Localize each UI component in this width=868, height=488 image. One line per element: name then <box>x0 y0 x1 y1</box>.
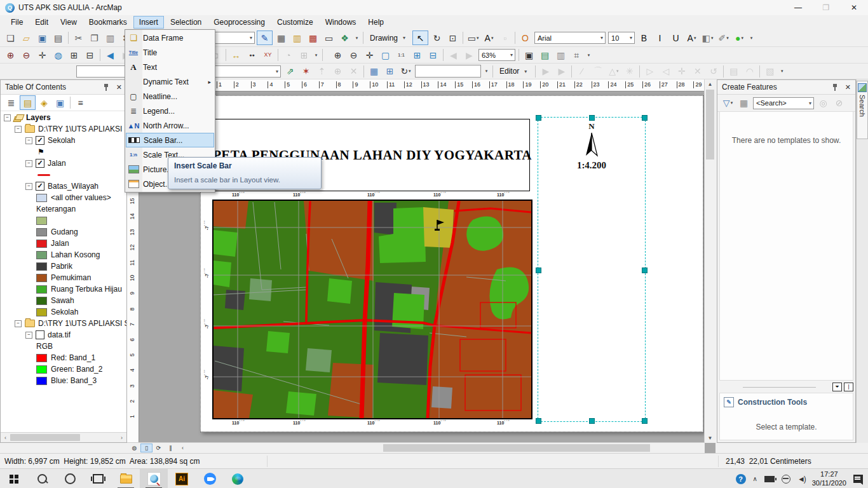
toc-item-symbol[interactable] <box>1 215 126 226</box>
toc-options-icon[interactable]: ≡ <box>73 96 88 109</box>
toc-item-sawah[interactable]: Sawah <box>1 295 126 306</box>
zoom-in-icon[interactable]: ⊕ <box>3 48 18 62</box>
menu-view[interactable]: View <box>55 16 83 29</box>
menu-windows[interactable]: Windows <box>320 16 362 29</box>
edit-overflow[interactable]: ▾ <box>482 69 491 74</box>
menu-insert[interactable]: Insert <box>133 16 164 29</box>
editor-overflow[interactable]: ▾ <box>778 69 786 74</box>
data-view-button[interactable]: ◍ <box>128 444 140 452</box>
create-features-close-icon[interactable]: ✕ <box>843 83 853 92</box>
bold-icon[interactable]: B <box>637 31 651 44</box>
edit-tool-3-icon[interactable]: ✕ <box>346 65 361 78</box>
layer-checkbox[interactable] <box>36 330 44 339</box>
toc-item-batas-wilayah[interactable]: −✓Batas_Wilayah <box>1 180 126 192</box>
viewer-window-icon[interactable]: ⊞ <box>297 48 311 62</box>
arctoolbox-icon[interactable]: ▩ <box>306 31 320 44</box>
full-extent-icon[interactable]: ◍ <box>51 48 65 62</box>
maximize-button[interactable]: ❐ <box>812 0 840 15</box>
layout-overflow[interactable]: ▾ <box>585 53 593 58</box>
expander-icon[interactable]: − <box>15 126 22 133</box>
tools-overflow[interactable]: ▾ <box>312 53 320 58</box>
splitter-icon[interactable]: ❘ <box>844 383 853 391</box>
toc-item-layers[interactable]: −Layers <box>1 112 126 123</box>
back-extent-icon[interactable]: ◀ <box>103 48 118 62</box>
menu-help[interactable]: Help <box>362 16 390 29</box>
rotate-element-icon[interactable]: ↻ <box>430 31 444 44</box>
intersect-tool-icon[interactable]: ✕ <box>690 65 705 78</box>
italic-icon[interactable]: I <box>653 31 667 44</box>
edge-button[interactable] <box>224 469 252 488</box>
toc-list-by-visibility-icon[interactable]: ◈ <box>37 96 51 109</box>
focus-data-frame-icon[interactable]: ▣ <box>522 48 536 62</box>
zoom-level-combo[interactable]: 63%▾ <box>478 49 515 61</box>
scroll-thumb[interactable] <box>10 434 80 441</box>
layout-vertical-scrollbar[interactable]: ▲ ▼ <box>704 79 715 443</box>
arccatalog-icon[interactable]: ▥ <box>290 31 304 44</box>
new-text-icon[interactable]: A▾ <box>482 31 496 44</box>
scroll-left-icon[interactable]: ‹ <box>1 435 10 441</box>
edit-tool-1-icon[interactable]: ⇡ <box>315 65 329 78</box>
attribute-table-icon[interactable]: ▦ <box>274 31 288 44</box>
layout-zoom-out-icon[interactable]: ⊖ <box>346 48 361 62</box>
toc-item-symbol[interactable] <box>1 169 126 180</box>
pause-drawing-button[interactable]: ∥ <box>165 444 177 452</box>
rotate-tool-icon[interactable]: ↻▾ <box>398 65 413 78</box>
panel-splitter[interactable]: ⏷ ❘ <box>717 383 855 391</box>
cortana-button[interactable] <box>56 469 84 488</box>
layout-page[interactable]: PETA PENGGUNAAN LAHAN DIY YOGYAKARTA <box>200 95 703 432</box>
open-folder-icon[interactable]: ▱ <box>19 31 34 44</box>
create-features-line-icon[interactable]: ⇗ <box>283 65 297 78</box>
attributes-window-icon[interactable]: ▤ <box>726 65 741 78</box>
reshape-feature-icon[interactable]: ▷ <box>642 65 657 78</box>
trace-segment-icon[interactable]: △▾ <box>606 65 621 78</box>
layout-fixed-zoom-out-icon[interactable]: ⊟ <box>426 48 440 62</box>
toc-item-blue-band-3[interactable]: Blue: Band_3 <box>1 375 126 386</box>
menu-selection[interactable]: Selection <box>165 16 207 29</box>
paste-icon[interactable]: ▥ <box>103 31 118 44</box>
toc-list-by-selection-icon[interactable]: ▣ <box>53 96 67 109</box>
selection-handle[interactable] <box>536 268 541 273</box>
toc-item-sekolah[interactable]: Sekolah <box>1 306 126 318</box>
save-icon[interactable]: ▣ <box>35 31 50 44</box>
select-elements-icon[interactable]: ↖ <box>412 30 428 45</box>
fill-color-icon[interactable]: ◧▾ <box>700 31 715 44</box>
taskbar-search-button[interactable] <box>28 469 56 488</box>
sketch-properties-icon[interactable]: ◠ <box>742 65 757 78</box>
toggle-draft-mode-icon[interactable]: ⌗ <box>569 48 584 62</box>
toc-item-all-other-values[interactable]: <all other values> <box>1 192 126 203</box>
task-view-button[interactable] <box>84 469 112 488</box>
expander-icon[interactable]: − <box>25 183 32 190</box>
menu-bookmarks[interactable]: Bookmarks <box>83 16 133 29</box>
menu-file[interactable]: File <box>5 16 29 29</box>
battery-icon[interactable] <box>764 476 775 482</box>
insert-menu-item-dynamic-text[interactable]: Dynamic Text▸ <box>126 74 214 89</box>
split-tool-icon[interactable]: ✛ <box>674 65 689 78</box>
edit-value-input[interactable] <box>415 65 481 78</box>
edit-arrow-icon[interactable]: ▶ <box>538 65 553 78</box>
menu-edit[interactable]: Edit <box>29 16 54 29</box>
selection-handle[interactable] <box>642 115 648 121</box>
fixed-zoom-in-icon[interactable]: ⊞ <box>67 48 81 62</box>
tray-expand-icon[interactable]: ∧ <box>753 475 757 482</box>
edit-sketch-properties-icon[interactable]: ✎ <box>257 30 273 45</box>
text-symbol-icon[interactable]: O <box>518 31 532 44</box>
close-button[interactable]: ✕ <box>840 0 868 15</box>
time-slider-icon[interactable]: ◔ <box>281 48 295 62</box>
data-driven-pages-icon[interactable]: ▥ <box>553 48 568 62</box>
toc-list-by-drawing-order-icon[interactable]: ≣ <box>4 96 18 109</box>
fixed-zoom-out-icon[interactable]: ⊟ <box>83 48 97 62</box>
expander-icon[interactable]: − <box>15 320 22 327</box>
zoom-app-button[interactable] <box>196 469 224 488</box>
selection-handle[interactable] <box>536 115 541 121</box>
toc-item-sekolah[interactable]: −✓Sekolah <box>1 135 126 146</box>
scroll-right-icon[interactable]: › <box>117 435 126 441</box>
template-search-combo[interactable]: <Search>▾ <box>753 97 814 109</box>
toc-close-icon[interactable]: ✕ <box>114 83 124 92</box>
change-layout-icon[interactable]: ▤ <box>538 48 552 62</box>
pin-icon[interactable] <box>104 83 109 91</box>
illustrator-button[interactable]: Ai <box>168 469 196 488</box>
selection-handle[interactable] <box>589 418 595 424</box>
scroll-left-button[interactable]: ‹ <box>177 444 189 452</box>
insert-menu-item-legend[interactable]: ≣Legend... <box>126 104 214 118</box>
toc-item-gudang[interactable]: Gudang <box>1 226 126 238</box>
